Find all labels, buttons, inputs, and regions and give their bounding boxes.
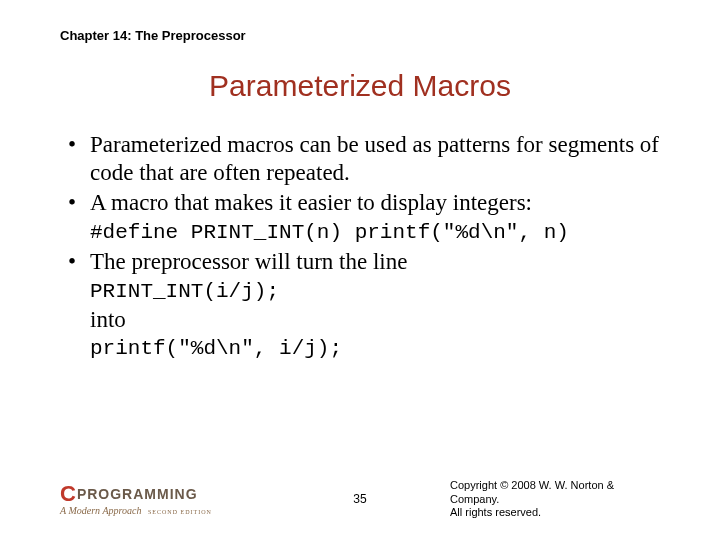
logo-top: C PROGRAMMING (60, 483, 212, 505)
bullet-item: A macro that makes it easier to display … (68, 189, 660, 217)
slide-title: Parameterized Macros (60, 69, 660, 103)
code-expanded: printf("%d\n", i/j); (90, 337, 660, 360)
bullet-item: Parameterized macros can be used as patt… (68, 131, 660, 187)
slide: Chapter 14: The Preprocessor Parameteriz… (0, 0, 720, 540)
logo-sub-text: A Modern Approach (60, 505, 141, 516)
book-logo: C PROGRAMMING A Modern Approach SECOND E… (60, 483, 212, 516)
body-list: Parameterized macros can be used as patt… (68, 131, 660, 217)
into-label: into (90, 307, 660, 333)
code-call: PRINT_INT(i/j); (90, 280, 660, 303)
copyright-text: Copyright © 2008 W. W. Norton & Company.… (450, 479, 660, 520)
logo-edition: SECOND EDITION (148, 509, 212, 515)
footer: C PROGRAMMING A Modern Approach SECOND E… (0, 479, 720, 520)
code-define: #define PRINT_INT(n) printf("%d\n", n) (90, 221, 660, 244)
body-list: The preprocessor will turn the line (68, 248, 660, 276)
logo-subtitle: A Modern Approach SECOND EDITION (60, 506, 212, 516)
logo-programming: PROGRAMMING (77, 487, 198, 501)
logo-letter-c: C (60, 483, 75, 505)
chapter-label: Chapter 14: The Preprocessor (60, 28, 660, 43)
bullet-item: The preprocessor will turn the line (68, 248, 660, 276)
page-number: 35 (353, 492, 366, 506)
